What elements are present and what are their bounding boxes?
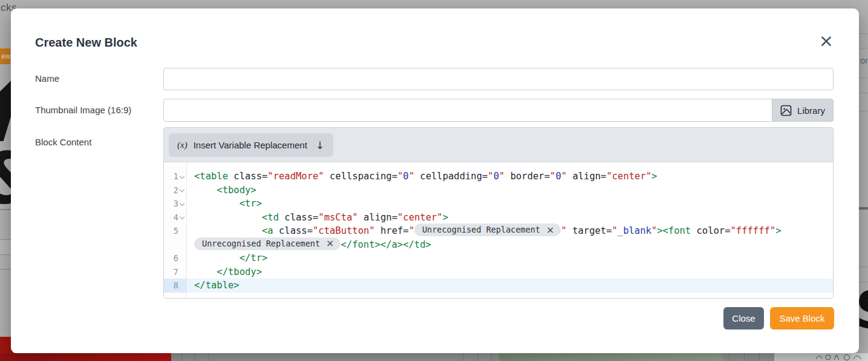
gutter-cell xyxy=(164,238,187,252)
code-content[interactable]: <td class="msCta" align="center"> xyxy=(187,211,448,225)
code-content[interactable]: </table> xyxy=(187,279,240,293)
code-editor-area[interactable]: 1<table class="readMore" cellspacing="0"… xyxy=(164,162,833,298)
chip-remove-icon[interactable]: × xyxy=(546,225,554,235)
gutter-cell: 3 xyxy=(164,197,187,211)
library-button[interactable]: Library xyxy=(772,99,834,122)
background-divider xyxy=(491,353,492,361)
background-row xyxy=(0,239,11,254)
background-header-fragment: on xyxy=(860,55,868,65)
code-content[interactable]: <table class="readMore" cellspacing="0" … xyxy=(187,170,657,184)
code-rows: 1<table class="readMore" cellspacing="0"… xyxy=(164,170,833,293)
line-number: 8 xyxy=(174,279,178,293)
code-content[interactable]: <a class="ctaButton" href="Unrecognised … xyxy=(187,224,781,238)
code-line-4[interactable]: 4 <td class="msCta" align="center"> xyxy=(164,211,833,225)
thumbnail-input[interactable] xyxy=(163,99,772,122)
code-content[interactable]: </tr> xyxy=(187,251,267,265)
code-line-wrap[interactable]: Unrecognised Replacement×</font></a></td… xyxy=(164,238,833,252)
gutter-cell: 8 xyxy=(164,279,187,293)
code-line-8[interactable]: 8</table> xyxy=(164,279,833,293)
block-content-label: Block Content xyxy=(35,137,91,147)
line-number: 4 xyxy=(174,211,178,225)
code-line-5[interactable]: 5 <a class="ctaButton" href="Unrecognise… xyxy=(164,224,833,238)
background-divider xyxy=(463,353,463,361)
fold-chevron-icon[interactable] xyxy=(180,201,185,207)
insert-variable-button[interactable]: (x) Insert Variable Replacement ↓ xyxy=(169,133,333,157)
line-number: 7 xyxy=(174,265,178,279)
background-row xyxy=(0,254,11,270)
image-icon xyxy=(780,105,792,116)
gutter-cell: 5 xyxy=(164,224,187,238)
code-content[interactable]: </tbody> xyxy=(187,265,262,279)
code-line-2[interactable]: 2 <tbody> xyxy=(164,184,833,197)
gutter-cell: 4 xyxy=(164,211,187,225)
fold-chevron-icon[interactable] xyxy=(180,214,185,220)
close-button[interactable]: Close xyxy=(723,307,764,330)
background-divider xyxy=(729,353,729,361)
fold-chevron-icon[interactable] xyxy=(180,187,185,193)
code-line-6[interactable]: 6 </tr> xyxy=(164,251,833,265)
modal-title: Create New Block xyxy=(35,36,137,50)
chip-label: Unrecognised Replacement xyxy=(422,223,540,237)
background-doodle-art xyxy=(814,353,868,361)
background-divider xyxy=(0,209,11,210)
background-divider xyxy=(195,353,195,361)
gutter-cell: 2 xyxy=(164,184,187,197)
close-icon[interactable]: × xyxy=(817,31,836,51)
code-content[interactable]: <tbody> xyxy=(187,184,256,197)
code-content[interactable]: Unrecognised Replacement×</font></a></td… xyxy=(187,238,431,252)
line-number: 3 xyxy=(174,197,178,211)
background-divider xyxy=(744,353,745,361)
arrow-down-icon: ↓ xyxy=(316,139,324,151)
background-divider xyxy=(759,353,760,361)
line-number: 5 xyxy=(174,224,178,238)
editor-toolbar: (x) Insert Variable Replacement ↓ xyxy=(164,128,833,162)
thumbnail-label: Thumbnail Image (16:9) xyxy=(35,105,131,115)
gutter-cell: 7 xyxy=(164,265,187,279)
variable-chip[interactable]: Unrecognised Replacement× xyxy=(194,237,341,250)
variable-x-icon: (x) xyxy=(177,140,188,150)
save-block-button[interactable]: Save Block xyxy=(770,307,834,330)
create-new-block-modal: Create New Block × Name Thumbnail Image … xyxy=(11,8,859,353)
line-number: 2 xyxy=(174,184,178,197)
background-image-fragment: & xyxy=(0,147,12,214)
gutter-cell: 1 xyxy=(164,170,187,184)
block-content-editor: (x) Insert Variable Replacement ↓ 1<tabl… xyxy=(163,127,834,299)
background-image-fragment xyxy=(0,78,11,141)
background-divider xyxy=(181,353,182,361)
code-content[interactable]: <tr> xyxy=(187,197,262,211)
name-label: Name xyxy=(35,73,59,84)
background-thumbnail-green xyxy=(499,353,723,361)
chip-remove-icon[interactable]: × xyxy=(326,239,334,248)
name-input[interactable] xyxy=(163,68,834,90)
code-line-7[interactable]: 7 </tbody> xyxy=(164,265,833,279)
insert-variable-label: Insert Variable Replacement xyxy=(194,140,307,150)
code-line-1[interactable]: 1<table class="readMore" cellspacing="0"… xyxy=(164,170,833,184)
variable-chip[interactable]: Unrecognised Replacement× xyxy=(414,224,561,236)
background-thumbnail-red xyxy=(0,353,171,361)
background-new-button-fragment: ew xyxy=(0,48,10,64)
background-divider xyxy=(209,353,209,361)
line-number: 1 xyxy=(174,170,178,184)
fold-chevron-icon[interactable] xyxy=(180,174,185,179)
gutter-cell: 6 xyxy=(164,251,187,265)
library-button-label: Library xyxy=(797,105,825,116)
chip-label: Unrecognised Replacement xyxy=(202,237,320,251)
line-number: 6 xyxy=(174,251,178,265)
code-line-3[interactable]: 3 <tr> xyxy=(164,197,833,211)
background-divider xyxy=(478,353,478,361)
